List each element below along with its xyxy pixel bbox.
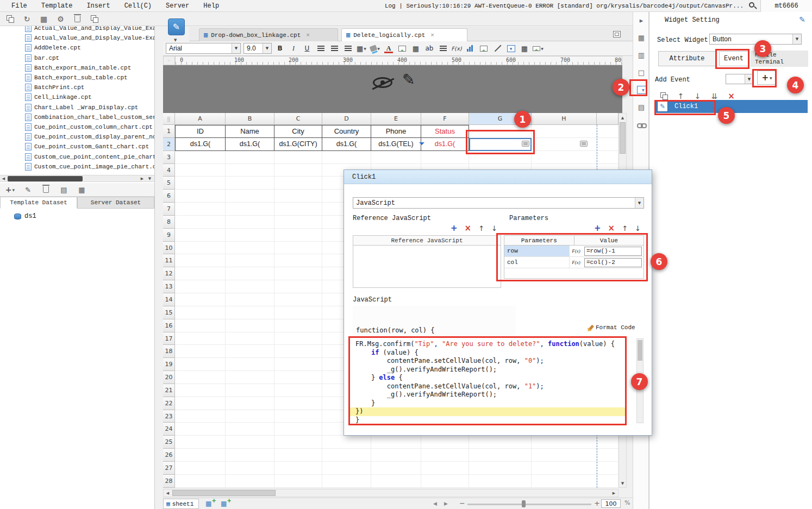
row-header-27[interactable]: 27 — [163, 462, 175, 475]
cell-E1[interactable]: Phone — [371, 125, 421, 138]
cell-C15[interactable] — [274, 306, 322, 319]
sheet-tab[interactable]: sheet1 — [163, 499, 199, 509]
row-header-11[interactable]: 11 — [163, 254, 175, 267]
cell-C11[interactable] — [274, 254, 322, 267]
cell-A16[interactable] — [175, 319, 226, 332]
row-header-1[interactable]: 1 — [163, 125, 175, 138]
column-header-C[interactable]: C — [274, 113, 322, 125]
row-header-17[interactable]: 17 — [163, 332, 175, 345]
code-scroll-thumb[interactable] — [638, 340, 642, 361]
row-header-26[interactable]: 26 — [163, 449, 175, 462]
font-color-button[interactable]: A — [383, 43, 394, 54]
tree-item[interactable]: Custom_cue_point_image_pie_chart.cpt — [0, 162, 154, 172]
cell-A11[interactable] — [175, 254, 226, 267]
edit-pencil-icon[interactable] — [402, 71, 415, 89]
row-header-6[interactable]: 6 — [163, 190, 175, 203]
cell-B16[interactable] — [226, 319, 274, 332]
cell-C2[interactable]: ds1.G(CITY) — [274, 138, 322, 151]
tree-horizontal-scrollbar[interactable] — [0, 175, 154, 182]
tree-item[interactable]: Custom_cue_point_content_pie_chart.cp — [0, 152, 154, 161]
cell-D2[interactable]: ds1.G( — [322, 138, 371, 151]
tab-server-dataset[interactable]: Server Dataset — [77, 197, 154, 209]
cell-B15[interactable] — [226, 306, 274, 319]
cell-D25[interactable] — [322, 436, 371, 449]
copy-event-icon[interactable] — [659, 91, 669, 100]
row-header-14[interactable]: 14 — [163, 293, 175, 306]
cell-B14[interactable] — [226, 293, 274, 306]
shape-combo[interactable]: ▼ — [533, 43, 544, 54]
widget-type-combo[interactable]: Button — [709, 34, 802, 45]
user-account-tab[interactable]: mt6666 — [760, 0, 812, 12]
menu-file[interactable]: File — [4, 0, 34, 12]
tree-item[interactable]: Chart_Label _Wrap_Display.cpt — [0, 103, 154, 112]
cell-A12[interactable] — [175, 267, 226, 280]
cell-H2[interactable] — [532, 138, 597, 151]
cell-F28[interactable] — [421, 475, 469, 488]
row-header-15[interactable]: 15 — [163, 306, 175, 319]
chevron-down-icon[interactable]: ▼ — [174, 38, 177, 42]
cell-E27[interactable] — [371, 462, 421, 475]
tree-item[interactable]: Cue_point_custom_column_chart.cpt — [0, 122, 154, 132]
cell-B18[interactable] — [226, 345, 274, 358]
delete-icon[interactable] — [73, 14, 82, 23]
row-header-18[interactable]: 18 — [163, 345, 175, 358]
cell-A20[interactable] — [175, 371, 226, 384]
cell-A4[interactable] — [175, 164, 226, 177]
cell-C20[interactable] — [274, 371, 322, 384]
row-header-16[interactable]: 16 — [163, 319, 175, 332]
add-dataset-button[interactable]: ▼ — [5, 185, 15, 194]
document-tab[interactable]: Drop-down_box_linkage.cpt — [199, 28, 338, 41]
cell-A21[interactable] — [175, 384, 226, 397]
row-header-5[interactable]: 5 — [163, 177, 175, 190]
tree-item[interactable]: Combination_chart_label_custom_series — [0, 112, 154, 122]
menu-insert[interactable]: Insert — [79, 0, 117, 12]
cell-widget-chip[interactable] — [580, 141, 588, 147]
row-header-24[interactable]: 24 — [163, 423, 175, 436]
cell-C13[interactable] — [274, 280, 322, 293]
cell-B22[interactable] — [226, 397, 274, 410]
edit-dataset-icon[interactable] — [23, 185, 33, 194]
tree-item[interactable]: AddDelete.cpt — [0, 43, 154, 53]
zoom-in-button[interactable]: + — [594, 499, 600, 507]
delete-dataset-icon[interactable] — [41, 185, 51, 194]
cell-B20[interactable] — [226, 371, 274, 384]
column-header-D[interactable]: D — [322, 113, 371, 125]
cell-C12[interactable] — [274, 267, 322, 280]
underline-button[interactable]: U — [302, 43, 313, 54]
copy-icon[interactable] — [90, 14, 99, 23]
script-language-combo[interactable]: JavaScript — [353, 197, 644, 209]
row-header-19[interactable]: 19 — [163, 358, 175, 371]
cell-C21[interactable] — [274, 384, 322, 397]
cell-C18[interactable] — [274, 345, 322, 358]
row-header-10[interactable]: 10 — [163, 242, 175, 255]
document-tab[interactable]: Delete_logically.cpt — [341, 28, 467, 41]
cell-A1[interactable]: ID — [175, 125, 226, 138]
cell-A9[interactable] — [175, 229, 226, 242]
next-page-button[interactable]: ▶ — [444, 501, 448, 506]
cell-D28[interactable] — [322, 475, 371, 488]
cell-A23[interactable] — [175, 410, 226, 423]
cell-E3[interactable] — [371, 151, 421, 164]
cell-D3[interactable] — [322, 151, 371, 164]
insert-image-icon[interactable] — [397, 43, 408, 54]
cell-F2[interactable]: ds1.G( — [421, 138, 469, 151]
cell-B1[interactable]: Name — [226, 125, 274, 138]
scroll-thumb[interactable] — [8, 176, 83, 181]
tree-more-button[interactable] — [146, 175, 153, 182]
dataset-item[interactable]: ds1 — [0, 211, 154, 222]
cell-C14[interactable] — [274, 293, 322, 306]
cell-C4[interactable] — [274, 164, 322, 177]
insert-chart-button[interactable] — [465, 43, 476, 54]
cell-C19[interactable] — [274, 358, 322, 371]
cell-A2[interactable]: ds1.G( — [175, 138, 226, 151]
cell-A17[interactable] — [175, 332, 226, 345]
menu-server[interactable]: Server — [159, 0, 196, 12]
insert-cell-element-icon[interactable] — [410, 43, 421, 54]
cell-G3[interactable] — [469, 151, 532, 164]
cell-A13[interactable] — [175, 280, 226, 293]
collapse-panel-icon[interactable]: ▸ — [636, 15, 646, 25]
add-reference-button[interactable] — [451, 223, 458, 233]
move-down-icon[interactable] — [693, 91, 702, 100]
cell-E26[interactable] — [371, 449, 421, 462]
row-header-9[interactable]: 9 — [163, 229, 175, 242]
